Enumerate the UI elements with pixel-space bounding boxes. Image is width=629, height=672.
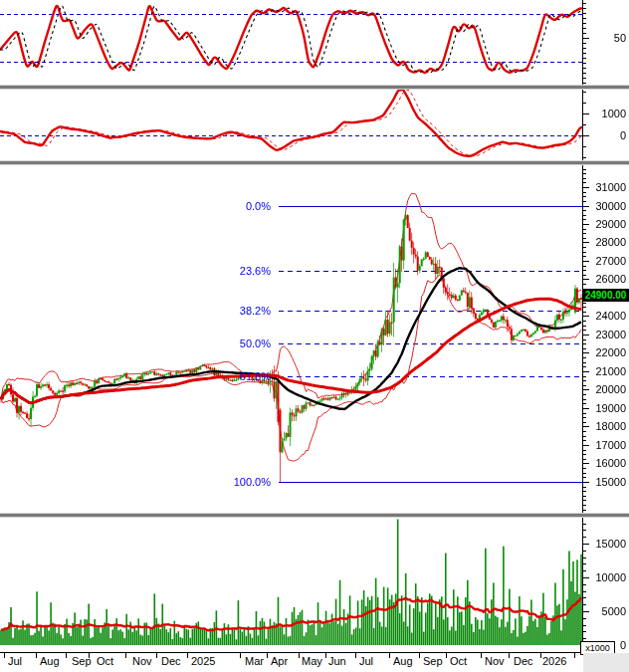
time-axis: JulAugSepOctNovDec2025MarAprMayJunJulAug…	[0, 652, 629, 672]
x-axis-month-label: Apr	[271, 655, 288, 667]
x-axis-tick	[89, 653, 90, 658]
x-axis-month-label: Jul	[359, 655, 373, 667]
x-axis-month-label: Dec	[514, 655, 533, 667]
x-axis-tick	[267, 653, 268, 658]
oscillator-panel[interactable]	[0, 0, 629, 85]
x-axis-tick	[240, 653, 241, 658]
x-axis-month-label: May	[302, 655, 322, 667]
x-axis-month-label: Oct	[450, 655, 467, 667]
x-axis-tick	[540, 653, 541, 658]
chart-window: JulAugSepOctNovDec2025MarAprMayJunJulAug…	[0, 0, 629, 672]
x-axis-tick	[187, 653, 188, 658]
x-axis-tick	[481, 653, 482, 658]
x-axis-month-label: Aug	[393, 655, 413, 667]
x-axis-month-label: 2026	[542, 655, 566, 667]
axis-corner	[583, 653, 629, 672]
x-axis-tick	[446, 653, 447, 658]
time-axis-line	[0, 652, 583, 653]
volume-panel[interactable]	[0, 518, 629, 652]
x-axis-tick	[4, 653, 5, 658]
x-axis-month-label: Aug	[40, 655, 60, 667]
x-axis-month-label: Nov	[132, 655, 152, 667]
x-axis-tick	[419, 653, 420, 658]
x-axis-tick	[125, 653, 126, 658]
last-price-tag: 24900.00	[582, 289, 629, 302]
x-axis-tick	[36, 653, 37, 658]
x-axis-month-label: Oct	[97, 655, 113, 667]
x-axis-month-label: Mar	[245, 655, 264, 667]
x-axis-tick	[509, 653, 510, 658]
x-axis-tick	[355, 653, 356, 658]
x-axis-month-label: Dec	[161, 655, 181, 667]
x-axis-month-label: Jun	[328, 655, 346, 667]
momentum-panel[interactable]	[0, 90, 629, 160]
price-panel[interactable]	[0, 165, 629, 513]
x-axis-tick	[325, 653, 326, 658]
x-axis-month-label: Sep	[423, 655, 443, 667]
x-axis-month-label: 2025	[191, 655, 215, 667]
x-axis-tick	[574, 653, 575, 658]
x-axis-month-label: Nov	[485, 655, 505, 667]
x-axis-tick	[389, 653, 390, 658]
x-axis-tick	[299, 653, 300, 658]
x-axis-tick	[156, 653, 157, 658]
x-axis-month-label: Jul	[8, 655, 22, 667]
x-axis-tick	[66, 653, 67, 658]
